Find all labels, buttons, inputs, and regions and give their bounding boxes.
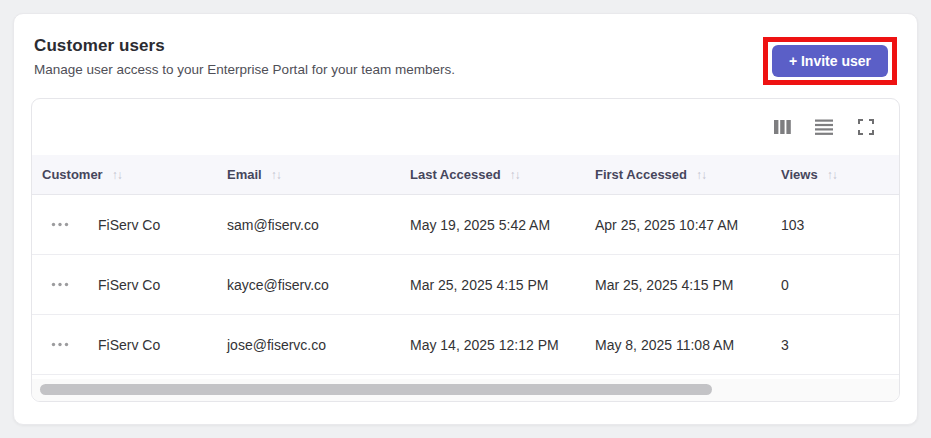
row-menu-icon[interactable]: [47, 338, 73, 351]
column-header-last-accessed[interactable]: Last Accessed ↑↓: [397, 167, 582, 182]
column-label: First Accessed: [595, 167, 687, 182]
column-header-first-accessed[interactable]: First Accessed ↑↓: [582, 167, 768, 182]
table-header-row: Customer ↑↓ Email ↑↓ Last Accessed ↑↓ Fi…: [32, 155, 899, 195]
cell-email: jose@fiservc.co: [214, 337, 397, 353]
row-actions-cell: [32, 278, 88, 291]
fullscreen-icon-glyph: [858, 119, 874, 135]
cell-customer: FiServ Co: [88, 277, 214, 293]
cell-first-accessed: Apr 25, 2025 10:47 AM: [582, 217, 768, 233]
invite-user-button[interactable]: + Invite user: [772, 45, 888, 77]
cell-last-accessed: May 19, 2025 5:42 AM: [397, 217, 582, 233]
table-row: FiServ Co jose@fiservc.co May 14, 2025 1…: [32, 315, 899, 375]
ellipsis-icon-glyph: [51, 222, 69, 227]
cell-customer: FiServ Co: [88, 337, 214, 353]
cell-views: 3: [768, 337, 899, 353]
column-header-views[interactable]: Views ↑↓: [768, 167, 899, 182]
row-density-icon[interactable]: [814, 117, 834, 137]
row-menu-icon[interactable]: [47, 218, 73, 231]
cell-views: 0: [768, 277, 899, 293]
cell-views: 103: [768, 217, 899, 233]
customer-users-card: Customer users Manage user access to you…: [13, 13, 918, 425]
sort-icon: ↑↓: [827, 168, 837, 182]
row-actions-cell: [32, 338, 88, 351]
sort-icon: ↑↓: [696, 168, 706, 182]
columns-icon-glyph: [774, 119, 791, 135]
cell-email: kayce@fiserv.co: [214, 277, 397, 293]
cell-last-accessed: May 14, 2025 12:12 PM: [397, 337, 582, 353]
column-label: Last Accessed: [410, 167, 501, 182]
annotation-highlight-box: + Invite user: [763, 37, 897, 85]
sort-icon: ↑↓: [112, 168, 122, 182]
horizontal-scrollbar-track[interactable]: [32, 379, 899, 401]
ellipsis-icon-glyph: [51, 282, 69, 287]
table-toolbar: [32, 99, 899, 155]
cell-customer: FiServ Co: [88, 217, 214, 233]
column-label: Email: [227, 167, 262, 182]
row-actions-cell: [32, 218, 88, 231]
ellipsis-icon-glyph: [51, 342, 69, 347]
horizontal-scrollbar-thumb[interactable]: [40, 384, 712, 395]
columns-icon[interactable]: [772, 117, 792, 137]
sort-icon: ↑↓: [271, 168, 281, 182]
header-text: Customer users Manage user access to you…: [34, 36, 455, 77]
sort-icon: ↑↓: [510, 168, 520, 182]
row-menu-icon[interactable]: [47, 278, 73, 291]
cell-first-accessed: Mar 25, 2025 4:15 PM: [582, 277, 768, 293]
users-table: Customer ↑↓ Email ↑↓ Last Accessed ↑↓ Fi…: [31, 98, 900, 402]
card-header: Customer users Manage user access to you…: [31, 36, 900, 85]
page-title: Customer users: [34, 36, 455, 56]
page-subtitle: Manage user access to your Enterprise Po…: [34, 62, 455, 77]
cell-first-accessed: May 8, 2025 11:08 AM: [582, 337, 768, 353]
table-row: FiServ Co sam@fiserv.co May 19, 2025 5:4…: [32, 195, 899, 255]
column-header-email[interactable]: Email ↑↓: [214, 167, 397, 182]
cell-last-accessed: Mar 25, 2025 4:15 PM: [397, 277, 582, 293]
table-row: FiServ Co kayce@fiserv.co Mar 25, 2025 4…: [32, 255, 899, 315]
fullscreen-icon[interactable]: [856, 117, 876, 137]
column-header-customer[interactable]: Customer ↑↓: [32, 167, 214, 182]
column-label: Views: [781, 167, 818, 182]
cell-email: sam@fiserv.co: [214, 217, 397, 233]
row-density-icon-glyph: [815, 119, 833, 135]
column-label: Customer: [42, 167, 103, 182]
